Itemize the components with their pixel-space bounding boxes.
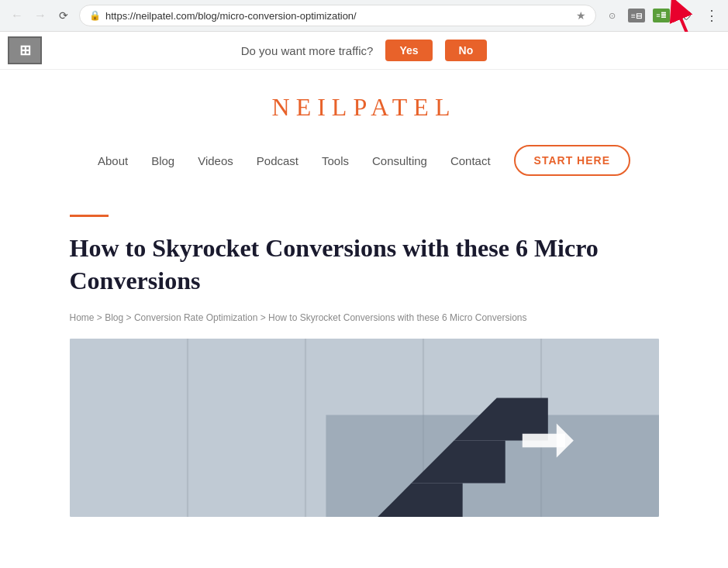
site-nav: About Blog Videos Podcast Tools Consulti… [16,137,712,191]
site-header: NEILPATEL About Blog Videos Podcast Tool… [0,70,728,199]
breadcrumb-sep3: > [260,312,268,323]
nav-podcast[interactable]: Podcast [257,154,298,167]
browser-toolbar: ← → ⟳ 🔒 https://neilpatel.com/blog/micro… [0,0,728,31]
nav-tools[interactable]: Tools [322,154,349,167]
nav-contact[interactable]: Contact [450,154,491,167]
profile-button[interactable]: ⊙ [601,5,623,26]
nav-about[interactable]: About [98,154,128,167]
back-button[interactable]: ← [6,5,28,26]
shield-extension-button[interactable]: 🛡 [675,5,697,26]
breadcrumb-blog[interactable]: Blog [105,312,123,323]
extension-hf-button[interactable]: ≡⊟ [626,5,647,26]
green-extension-icon: ≡≣ [653,9,670,22]
breadcrumb-category[interactable]: Conversion Rate Optimization [134,312,257,323]
hf-logo-icon: ⊞ [19,42,31,59]
nav-videos[interactable]: Videos [198,154,233,167]
featured-image [70,339,659,517]
nav-consulting[interactable]: Consulting [372,154,427,167]
address-bar[interactable]: 🔒 https://neilpatel.com/blog/micro-conve… [79,5,596,26]
browser-chrome: ← → ⟳ 🔒 https://neilpatel.com/blog/micro… [0,0,728,32]
three-dots-icon: ⋮ [705,7,718,24]
url-text: https://neilpatel.com/blog/micro-convers… [105,10,571,22]
article-title: How to Skyrocket Conversions with these … [70,232,659,297]
hf-extension-icon: ≡⊟ [628,9,645,22]
yes-button[interactable]: Yes [385,40,432,61]
breadcrumb: Home > Blog > Conversion Rate Optimizati… [70,312,659,323]
featured-image-svg [70,339,659,517]
browser-actions: ⊙ ≡⊟ ≡≣ 🛡 ⋮ [601,5,722,26]
bookmark-star-icon[interactable]: ★ [576,9,586,22]
article-divider [70,215,109,217]
start-here-button[interactable]: START HERE [514,145,630,176]
nav-blog[interactable]: Blog [151,154,174,167]
hf-banner-logo: ⊞ [8,36,42,64]
breadcrumb-current: How to Skyrocket Conversions with these … [268,312,526,323]
banner-text: Do you want more traffic? [241,44,374,57]
reload-button[interactable]: ⟳ [53,5,74,26]
nav-buttons: ← → ⟳ [6,5,74,26]
banner-logo-wrapper: ⊞ [8,36,42,64]
site-logo[interactable]: NEILPATEL [16,93,712,122]
forward-button[interactable]: → [29,5,51,26]
breadcrumb-sep1: > [97,312,105,323]
breadcrumb-sep2: > [126,312,134,323]
menu-button[interactable]: ⋮ [700,5,722,26]
extension-green-button[interactable]: ≡≣ [650,5,672,26]
top-banner: ⊞ Do you want more traffic? Yes No [0,32,728,70]
lock-icon: 🔒 [89,10,101,21]
no-button[interactable]: No [445,40,488,61]
content-area: How to Skyrocket Conversions with these … [54,199,675,517]
shield-icon: 🛡 [681,9,692,22]
breadcrumb-home[interactable]: Home [70,312,95,323]
